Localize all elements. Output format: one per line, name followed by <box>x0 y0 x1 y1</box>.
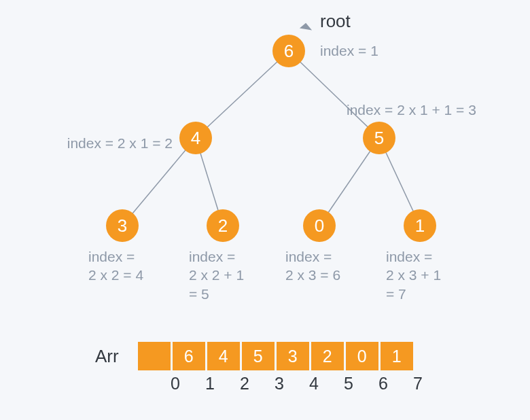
svg-line-1 <box>289 51 379 138</box>
array-cells: 6453201 <box>138 342 415 370</box>
array-cell <box>138 342 171 370</box>
array-index: 7 <box>402 374 434 393</box>
root-pointer-icon <box>300 23 312 35</box>
tree-node: 5 <box>363 122 395 154</box>
root-label: root <box>320 11 351 32</box>
array-index: 3 <box>263 374 296 393</box>
diagram-canvas: root 6index = 14index = 2 x 1 = 25index … <box>0 0 530 420</box>
array-index: 0 <box>159 374 192 393</box>
array-index: 2 <box>228 374 261 393</box>
array-cell: 4 <box>207 342 240 370</box>
tree-node: 0 <box>303 209 336 242</box>
index-label: index = 2 x 1 = 2 <box>67 134 173 152</box>
index-label: index = 2 x 1 + 1 = 3 <box>347 101 476 119</box>
tree-node: 1 <box>404 209 436 242</box>
tree-edges <box>0 0 530 313</box>
array-cell: 6 <box>173 342 205 370</box>
index-label: index = 1 <box>320 41 378 60</box>
array-index: 4 <box>298 374 330 393</box>
array-index: 1 <box>194 374 226 393</box>
array-cell: 1 <box>381 342 413 370</box>
array-cell: 3 <box>277 342 309 370</box>
index-label: index = 2 x 3 = 6 <box>285 247 340 285</box>
array-row: Arr 6453201 <box>95 342 415 370</box>
svg-line-0 <box>196 51 289 138</box>
array-indices: 01234567 <box>159 374 436 393</box>
array-cell: 0 <box>346 342 378 370</box>
tree-node: 6 <box>272 35 305 67</box>
index-label: index = 2 x 3 + 1 = 7 <box>386 247 441 303</box>
index-label: index = 2 x 2 = 4 <box>88 247 143 285</box>
index-label: index = 2 x 2 + 1 = 5 <box>189 247 244 303</box>
array-label: Arr <box>95 346 119 367</box>
tree-node: 4 <box>179 122 212 154</box>
array-cell: 2 <box>311 342 344 370</box>
tree-node: 3 <box>106 209 139 242</box>
array-index: 6 <box>367 374 400 393</box>
array-cell: 5 <box>242 342 275 370</box>
array-index: 5 <box>332 374 365 393</box>
tree-node: 2 <box>207 209 239 242</box>
